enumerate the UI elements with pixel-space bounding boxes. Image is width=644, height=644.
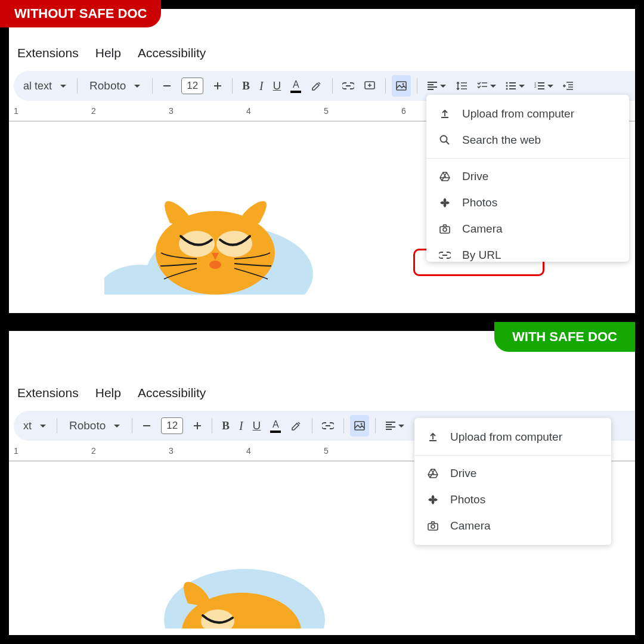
svg-point-6 [506,82,508,84]
font-size-input[interactable]: 12 [178,75,207,97]
menu-divider [426,158,629,159]
menu-item-label: Photos [462,196,497,209]
document-illustration [143,527,346,628]
font-family-dropdown[interactable]: Roboto [63,415,126,436]
add-comment-button[interactable] [360,75,379,97]
menu-item-by-url[interactable]: By URL [426,242,629,268]
camera-icon [426,519,439,532]
align-dropdown[interactable] [423,75,450,97]
menubar: Extensions Help Accessibility [9,379,635,407]
svg-point-7 [506,85,508,87]
menu-item-drive[interactable]: Drive [414,460,611,487]
menu-item-label: Drive [462,170,488,183]
menu-item-photos[interactable]: Photos [426,190,629,216]
panel-without-safedoc: Extensions Help Accessibility al text Ro… [9,9,635,313]
document-illustration [104,169,319,295]
separator [152,78,153,94]
menu-accessibility[interactable]: Accessibility [138,386,206,400]
upload-icon [426,431,439,444]
menu-extensions[interactable]: Extensions [17,386,79,400]
separator [132,418,132,434]
menu-item-label: Upload from computer [462,107,574,120]
bold-button[interactable]: B [239,75,253,97]
separator [385,78,386,94]
menu-item-label: Search the web [462,134,541,147]
checklist-dropdown[interactable] [473,75,500,97]
insert-image-menu: Upload from computer Drive Photos Camera [414,418,611,545]
svg-rect-0 [163,85,171,86]
separator [375,418,376,434]
menu-help[interactable]: Help [95,386,121,400]
insert-image-button[interactable] [392,75,411,97]
menu-item-drive[interactable]: Drive [426,163,629,190]
drive-icon [426,467,439,480]
bold-button[interactable]: B [218,415,233,436]
drive-icon [438,170,451,183]
insert-link-button[interactable] [318,415,338,436]
menu-item-camera[interactable]: Camera [426,216,629,242]
svg-point-8 [506,88,508,90]
line-spacing-button[interactable] [452,75,471,97]
underline-button[interactable]: U [249,415,265,436]
menu-item-photos[interactable]: Photos [414,487,611,513]
menu-item-label: Upload from computer [450,431,562,444]
highlight-color-button[interactable] [287,415,306,436]
menu-item-search-web[interactable]: Search the web [426,127,629,153]
numbered-list-dropdown[interactable]: 12 [531,75,557,97]
menu-item-label: Camera [450,519,491,532]
svg-rect-4 [397,82,406,90]
menu-accessibility[interactable]: Accessibility [138,46,206,60]
menu-help[interactable]: Help [95,46,121,60]
menu-item-upload-computer[interactable]: Upload from computer [426,101,629,127]
increase-font-size-button[interactable] [209,75,226,97]
menu-item-label: By URL [462,249,501,262]
link-icon [438,249,451,262]
text-color-button[interactable]: A [287,75,305,97]
badge-with-safedoc: WITH SAFE DOC [494,322,635,352]
highlight-color-button[interactable] [307,75,326,97]
badge-without-safedoc: WITHOUT SAFE DOC [0,0,161,27]
separator [212,418,212,434]
camera-icon [438,222,451,236]
paragraph-style-dropdown[interactable]: xt [18,415,51,436]
font-size-input[interactable]: 12 [157,415,187,436]
svg-rect-2 [214,85,221,86]
svg-point-16 [209,261,221,269]
menu-item-label: Drive [450,467,476,480]
decrease-font-size-button[interactable] [159,75,175,97]
underline-button[interactable]: U [270,75,285,97]
svg-point-19 [443,228,447,231]
insert-image-menu: Upload from computer Search the web Driv… [426,95,629,262]
paragraph-style-dropdown[interactable]: al text [18,75,71,97]
menu-item-camera[interactable]: Camera [414,513,611,539]
menu-item-label: Photos [450,493,485,506]
separator [77,78,78,94]
bulleted-list-dropdown[interactable] [502,75,528,97]
font-family-dropdown[interactable]: Roboto [83,75,146,97]
svg-rect-22 [194,425,201,426]
separator [417,78,417,94]
panel-with-safedoc: Extensions Help Accessibility xt Roboto … [9,331,635,635]
separator [57,418,57,434]
italic-button[interactable]: I [256,75,267,97]
photos-icon [426,493,439,506]
separator [232,78,233,94]
photos-icon [438,196,451,209]
decrease-font-size-button[interactable] [138,415,155,436]
upload-icon [438,107,451,120]
svg-rect-23 [355,422,364,430]
insert-link-button[interactable] [339,75,358,97]
menu-item-upload-computer[interactable]: Upload from computer [414,424,611,450]
text-color-button[interactable]: A [267,415,284,436]
svg-text:2: 2 [534,85,537,88]
menu-extensions[interactable]: Extensions [17,46,79,60]
decrease-indent-button[interactable] [559,75,577,97]
menu-item-label: Camera [462,222,503,236]
separator [343,418,344,434]
italic-button[interactable]: I [236,415,247,436]
increase-font-size-button[interactable] [189,415,206,436]
align-dropdown[interactable] [382,415,408,436]
svg-point-17 [441,136,447,143]
svg-rect-20 [143,425,150,426]
insert-image-button[interactable] [350,415,369,436]
